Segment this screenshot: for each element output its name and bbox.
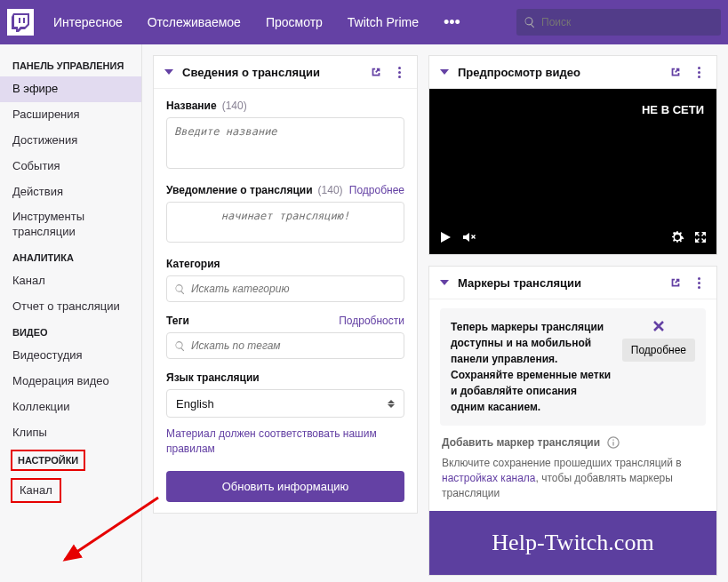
stream-info-panel: Сведения о трансляции Название(140) Увед… xyxy=(153,55,418,514)
sidebar-item-moderation[interactable]: Модерация видео xyxy=(0,369,141,395)
nav-prime[interactable]: Twitch Prime xyxy=(335,0,431,44)
sidebar-item-videostudio[interactable]: Видеостудия xyxy=(0,343,141,369)
more-icon[interactable] xyxy=(392,65,406,79)
search-input[interactable] xyxy=(541,16,714,28)
notification-input[interactable] xyxy=(166,202,404,243)
info-icon[interactable] xyxy=(607,436,620,449)
category-input[interactable] xyxy=(166,275,404,302)
search-icon xyxy=(524,16,536,28)
popout-icon[interactable] xyxy=(668,65,683,79)
sidebar-section-analytics: АНАЛИТИКА xyxy=(0,245,141,268)
search-icon xyxy=(174,340,186,352)
title-input[interactable] xyxy=(166,117,404,169)
sidebar-item-live[interactable]: В эфире xyxy=(0,76,141,102)
mute-icon[interactable] xyxy=(461,230,476,247)
sidebar-section-dashboard: ПАНЕЛЬ УПРАВЛЕНИЯ xyxy=(0,53,141,76)
sidebar-item-extensions[interactable]: Расширения xyxy=(0,102,141,128)
settings-icon[interactable] xyxy=(670,230,684,247)
sidebar-section-video: ВИДЕО xyxy=(0,320,141,343)
sidebar: ПАНЕЛЬ УПРАВЛЕНИЯ В эфире Расширения Дос… xyxy=(0,44,142,582)
collapse-toggle[interactable] xyxy=(164,69,173,75)
play-icon[interactable] xyxy=(438,230,452,247)
tags-input[interactable] xyxy=(166,332,404,359)
search-icon xyxy=(174,283,186,295)
update-button[interactable]: Обновить информацию xyxy=(166,471,404,502)
fullscreen-icon[interactable] xyxy=(693,230,708,247)
top-nav: Интересное Отслеживаемое Просмотр Twitch… xyxy=(0,0,728,44)
twitch-logo[interactable] xyxy=(7,9,34,36)
sidebar-item-collections[interactable]: Коллекции xyxy=(0,395,141,420)
nav-more[interactable]: ••• xyxy=(431,13,473,32)
more-icon[interactable] xyxy=(692,275,706,290)
preview-panel: Предпросмотр видео НЕ В СЕТИ xyxy=(428,55,717,255)
lang-label: Язык трансляции xyxy=(166,371,404,384)
notif-label: Уведомление о трансляции(140)Подробнее xyxy=(166,184,404,196)
category-label: Категория xyxy=(166,258,404,270)
offline-badge: НЕ В СЕТИ xyxy=(642,103,704,116)
markers-help-text: Включите сохранение прошедших трансляций… xyxy=(429,456,716,511)
panel-title: Предпросмотр видео xyxy=(458,66,660,79)
collapse-toggle[interactable] xyxy=(440,69,449,75)
panel-title: Сведения о трансляции xyxy=(182,66,360,79)
watermark: Help-Twitch.com xyxy=(429,511,716,575)
main-content: Сведения о трансляции Название(140) Увед… xyxy=(142,44,728,582)
panel-title: Маркеры трансляции xyxy=(458,276,660,290)
sidebar-item-events[interactable]: События xyxy=(0,154,141,179)
more-icon[interactable] xyxy=(692,65,706,79)
sidebar-item-actions[interactable]: Действия xyxy=(0,179,141,205)
collapse-toggle[interactable] xyxy=(440,280,449,285)
sidebar-item-channel-settings[interactable]: Канал xyxy=(11,478,61,504)
select-arrows-icon xyxy=(388,400,395,408)
channel-settings-link[interactable]: настройках канала xyxy=(442,472,536,484)
tags-label: ТегиПодробности xyxy=(166,315,404,327)
nav-interesting[interactable]: Интересное xyxy=(41,0,135,44)
nav-following[interactable]: Отслеживаемое xyxy=(135,0,253,44)
sidebar-item-streamtools[interactable]: Инструменты трансляции xyxy=(0,204,141,245)
sidebar-item-channel-analytics[interactable]: Канал xyxy=(0,268,141,294)
sidebar-item-clips[interactable]: Клипы xyxy=(0,420,141,446)
add-marker-label: Добавить маркер трансляции xyxy=(429,436,716,456)
close-icon[interactable] xyxy=(652,319,666,333)
sidebar-item-stream-report[interactable]: Отчет о трансляции xyxy=(0,294,141,320)
name-label: Название(140) xyxy=(166,100,404,112)
rules-link[interactable]: Материал должен соответствовать нашим пр… xyxy=(166,427,404,457)
markers-panel: Маркеры трансляции Теперь маркеры трансл… xyxy=(428,266,717,576)
video-preview: НЕ В СЕТИ xyxy=(429,89,716,254)
sidebar-section-settings: НАСТРОЙКИ xyxy=(11,450,85,471)
sidebar-item-achievements[interactable]: Достижения xyxy=(0,128,141,154)
markers-notice: Теперь маркеры трансляции доступны и на … xyxy=(440,308,706,426)
notice-more-button[interactable]: Подробнее xyxy=(622,339,695,362)
popout-icon[interactable] xyxy=(369,65,383,79)
notif-more-link[interactable]: Подробнее xyxy=(349,184,404,196)
search-box[interactable] xyxy=(516,9,721,36)
language-select[interactable]: English xyxy=(166,389,404,418)
popout-icon[interactable] xyxy=(668,275,683,290)
tags-more-link[interactable]: Подробности xyxy=(339,315,404,327)
nav-browse[interactable]: Просмотр xyxy=(253,0,335,44)
